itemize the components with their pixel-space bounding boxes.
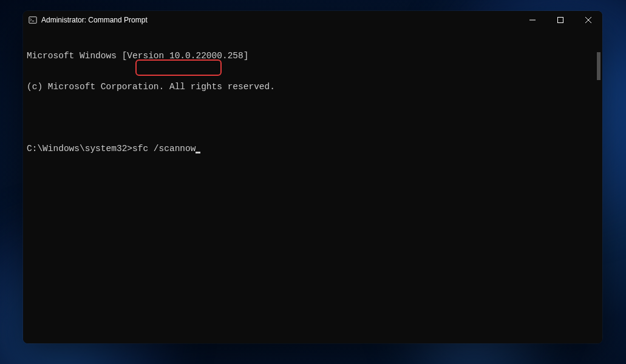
maximize-button[interactable]	[546, 11, 574, 29]
titlebar[interactable]: Administrator: Command Prompt	[23, 11, 602, 29]
terminal-output: Microsoft Windows [Version 10.0.22000.25…	[27, 30, 599, 175]
version-line: Microsoft Windows [Version 10.0.22000.25…	[27, 51, 599, 61]
svg-rect-3	[558, 18, 563, 23]
blank-line	[27, 113, 599, 123]
window-title: Administrator: Command Prompt	[41, 16, 519, 24]
cursor	[196, 152, 200, 153]
close-button[interactable]	[574, 11, 602, 29]
terminal-area[interactable]: Microsoft Windows [Version 10.0.22000.25…	[23, 29, 602, 343]
window-controls	[519, 11, 602, 29]
svg-rect-0	[29, 17, 36, 24]
cmd-icon	[28, 15, 38, 25]
command-text: sfc /scannow	[132, 144, 196, 153]
prompt-path: C:\Windows\system32>	[27, 144, 132, 153]
scrollbar-thumb[interactable]	[597, 52, 600, 80]
minimize-button[interactable]	[519, 11, 546, 29]
prompt-line: C:\Windows\system32>sfc /scannow	[27, 144, 599, 154]
copyright-line: (c) Microsoft Corporation. All rights re…	[27, 82, 599, 92]
command-prompt-window: Administrator: Command Prompt Microsoft …	[23, 11, 602, 343]
